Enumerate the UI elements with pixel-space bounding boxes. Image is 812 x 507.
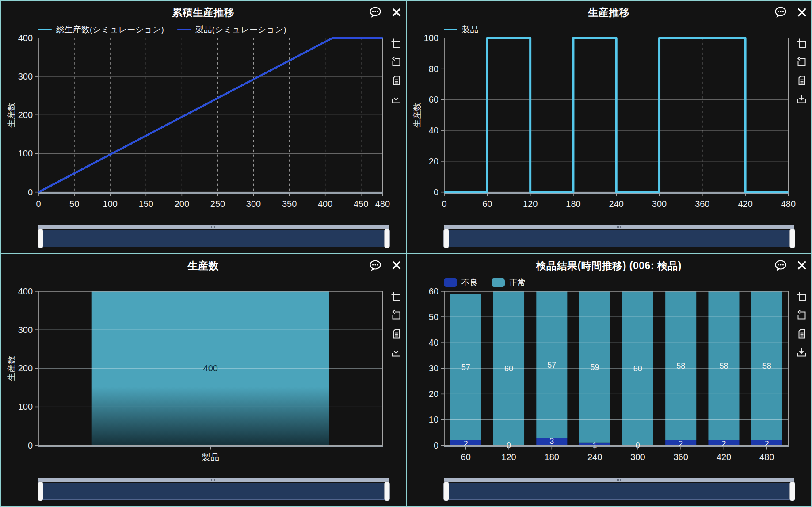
defect-bar-segment[interactable] [536,438,567,445]
range-slider-right-handle[interactable] [384,481,390,501]
comment-icon[interactable] [774,259,787,271]
x-axis-ticks: 050100150200250300350400450480 [36,194,390,209]
panel-production-transition: 生産推移 製品 06012018024030036042048002040608… [407,1,812,253]
normal-value-label: 60 [633,364,642,373]
legend-item[interactable]: 総生産数(シミュレーション) [38,24,164,35]
y-axis-ticks: 020406080100 [423,33,443,197]
export-data-icon[interactable] [796,328,807,339]
legend-swatch [177,29,191,30]
comment-icon[interactable] [774,6,787,18]
range-slider-grip-icon[interactable] [211,479,216,481]
zoom-select-icon[interactable] [390,38,402,49]
reset-zoom-icon[interactable] [796,309,807,321]
horizontal-gridlines [444,317,788,419]
svg-text:200: 200 [175,199,189,209]
range-slider[interactable] [38,478,389,500]
legend-item[interactable]: 製品(シミュレーション) [177,24,286,35]
range-slider-grip-icon[interactable] [211,226,216,228]
normal-bar-segment[interactable] [708,291,739,440]
defect-bar-segment[interactable] [665,440,696,445]
download-icon[interactable] [390,347,402,358]
range-slider-window[interactable] [444,230,795,247]
close-icon[interactable] [797,260,807,270]
range-slider-grip-icon[interactable] [617,226,621,228]
chart-svg: 5726005735916005825825826012018024030036… [407,254,812,507]
range-slider-left-handle[interactable] [443,229,449,248]
range-slider-window[interactable] [444,483,795,500]
legend-item[interactable]: 正常 [492,277,526,289]
range-slider-window[interactable] [38,230,389,247]
export-data-icon[interactable] [796,75,807,86]
chart-svg: 060120180240300360420480020406080100生産数 [407,1,812,253]
range-slider-right-handle[interactable] [384,229,390,248]
download-icon[interactable] [390,93,402,105]
defect-bar-segment[interactable] [579,442,610,445]
svg-text:300: 300 [18,72,33,81]
svg-text:40: 40 [428,338,438,347]
normal-bar-segment[interactable] [665,291,696,440]
svg-text:360: 360 [673,452,688,461]
comment-icon[interactable] [369,6,382,18]
zoom-select-icon[interactable] [796,291,807,302]
panel-header-actions [774,6,807,18]
normal-bar-segment[interactable] [493,291,524,445]
bar-value-label: 400 [203,363,218,373]
svg-text:製品: 製品 [202,452,219,461]
close-icon[interactable] [392,8,401,17]
range-slider-track[interactable] [444,478,795,482]
defect-bar-segment[interactable] [450,440,481,445]
panel-cumulative-production: 累積生産推移 総生産数(シミュレーション)製品(シミュレーション) 050100… [1,1,406,253]
svg-text:60: 60 [428,95,438,104]
range-slider-grip-icon[interactable] [617,479,621,481]
defect-bar-segment[interactable] [751,440,782,445]
y-axis-ticks: 0100200300400 [18,286,38,450]
svg-text:420: 420 [716,452,731,461]
zoom-select-icon[interactable] [390,291,402,302]
range-slider-left-handle[interactable] [38,229,43,248]
defect-bar-segment[interactable] [708,440,739,445]
series-line-line [38,38,382,192]
range-slider-left-handle[interactable] [38,481,43,501]
reset-zoom-icon[interactable] [390,56,402,68]
panel-title: 検品結果(時間推移) (006: 検品) [407,259,812,273]
svg-text:480: 480 [759,452,774,461]
legend-item[interactable]: 不良 [444,277,478,289]
bar[interactable] [92,291,329,445]
range-slider[interactable] [444,225,795,247]
normal-bar-segment[interactable] [450,294,481,440]
normal-bar-segment[interactable] [622,291,653,445]
normal-bar-segment[interactable] [536,291,567,437]
range-slider-right-handle[interactable] [789,229,795,248]
comment-icon[interactable] [369,259,382,271]
vertical-gridlines [74,38,361,192]
range-slider-right-handle[interactable] [789,481,795,501]
export-data-icon[interactable] [390,328,402,339]
panel-header-actions [369,259,401,271]
x-axis-ticks: 製品 [202,446,219,461]
legend-item[interactable]: 製品 [444,24,479,35]
close-icon[interactable] [797,8,807,17]
close-icon[interactable] [392,260,401,270]
range-slider-window[interactable] [38,483,389,500]
range-slider-track[interactable] [38,478,389,482]
range-slider-track[interactable] [38,225,389,229]
svg-text:300: 300 [246,199,261,209]
reset-zoom-icon[interactable] [390,309,402,321]
range-slider[interactable] [38,225,389,247]
svg-text:350: 350 [282,199,297,209]
chart-legend: 不良正常 [444,277,526,289]
x-axis-ticks: 060120180240300360420480 [442,194,796,209]
normal-bar-segment[interactable] [751,291,782,440]
normal-bar-segment[interactable] [579,291,610,442]
svg-text:60: 60 [482,199,492,209]
download-icon[interactable] [796,93,807,105]
legend-label: 製品(シミュレーション) [195,24,286,35]
reset-zoom-icon[interactable] [796,56,807,68]
normal-value-label: 57 [461,363,470,372]
zoom-select-icon[interactable] [796,38,807,49]
range-slider[interactable] [444,478,795,500]
range-slider-track[interactable] [444,225,795,229]
export-data-icon[interactable] [390,75,402,86]
range-slider-left-handle[interactable] [443,481,449,501]
download-icon[interactable] [796,347,807,358]
